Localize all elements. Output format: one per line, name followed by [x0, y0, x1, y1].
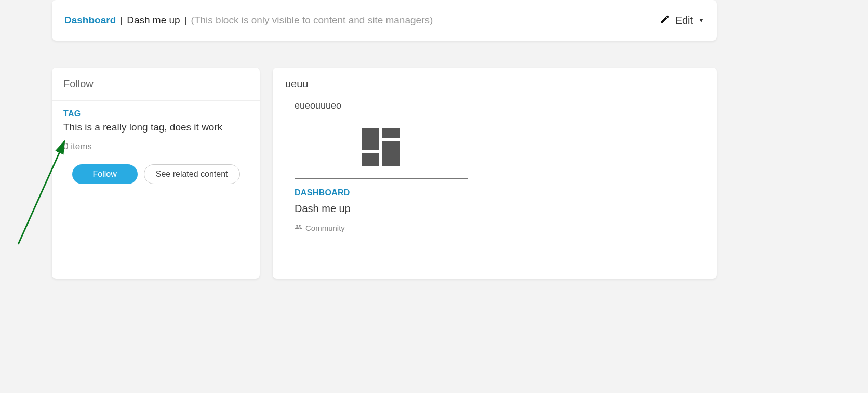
visibility-note: (This block is only visible to content a…	[191, 15, 433, 26]
content-card-title: ueuu	[285, 78, 704, 90]
item-thumbnail	[295, 116, 468, 179]
chevron-down-icon: ▼	[698, 17, 704, 24]
item-community-label: Community	[305, 224, 345, 232]
item-name: Dash me up	[295, 203, 476, 215]
edit-label: Edit	[675, 15, 693, 27]
edit-dropdown[interactable]: Edit ▼	[660, 14, 704, 27]
item-type-label: DASHBOARD	[295, 188, 476, 198]
breadcrumb-separator: |	[120, 15, 123, 26]
breadcrumb-separator: |	[184, 15, 187, 26]
breadcrumb: Dashboard | Dash me up | (This block is …	[64, 15, 433, 26]
follow-button[interactable]: Follow	[72, 164, 138, 184]
dashboard-tiles-icon	[362, 128, 401, 167]
breadcrumb-current: Dash me up	[127, 15, 180, 26]
community-icon	[295, 223, 302, 232]
breadcrumb-dashboard-link[interactable]: Dashboard	[64, 15, 116, 26]
item-meta: Community	[295, 223, 476, 232]
content-card: ueuu eueouuueo DASHBOARD Dash me up Comm…	[273, 68, 717, 279]
follow-card: Follow TAG This is a really long tag, do…	[52, 68, 260, 279]
content-card-subtitle: eueouuueo	[295, 100, 704, 111]
see-related-button[interactable]: See related content	[144, 164, 240, 184]
header-bar: Dashboard | Dash me up | (This block is …	[52, 0, 717, 41]
pencil-icon	[660, 14, 670, 27]
follow-card-header: Follow	[52, 68, 260, 101]
tag-item-count: 0 items	[63, 141, 248, 152]
content-item[interactable]: DASHBOARD Dash me up Community	[295, 116, 476, 232]
tag-type-label: TAG	[63, 109, 248, 119]
